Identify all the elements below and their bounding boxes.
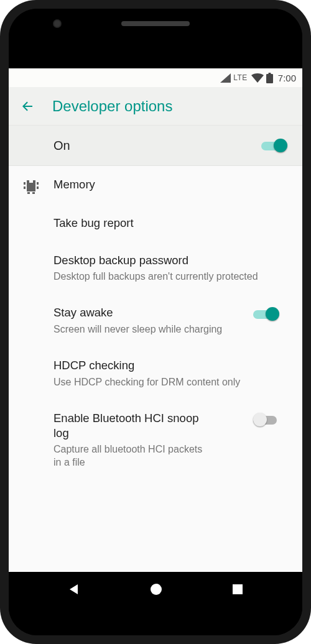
master-switch-row[interactable]: On	[9, 126, 302, 166]
back-arrow-icon[interactable]	[20, 99, 35, 114]
row-bug-report[interactable]: Take bug report	[9, 205, 302, 242]
row-hdcp-title: HDCP checking	[53, 358, 289, 373]
status-bar: LTE 7:00	[9, 68, 302, 87]
row-bug-report-title: Take bug report	[53, 216, 289, 231]
row-stay-awake[interactable]: Stay awake Screen will never sleep while…	[9, 294, 302, 347]
navigation-bar	[9, 572, 302, 607]
bt-snoop-switch[interactable]	[253, 411, 281, 428]
battery-icon	[266, 73, 273, 83]
row-stay-awake-title: Stay awake	[53, 305, 245, 320]
row-btsnoop-subtitle: Capture all bluetooth HCI packets in a f…	[53, 443, 203, 469]
wifi-icon	[251, 73, 264, 83]
row-bt-hci-snoop[interactable]: Enable Bluetooth HCI snoop log Capture a…	[9, 400, 302, 481]
front-camera	[53, 19, 62, 28]
svg-rect-0	[266, 74, 273, 83]
settings-list: Memory Take bug report Desktop backup pa…	[9, 166, 302, 572]
device-top-bezel	[9, 9, 302, 68]
row-backup-subtitle: Desktop full backups aren't currently pr…	[53, 270, 289, 283]
phone-screen-container: LTE 7:00 Developer options On	[9, 9, 302, 635]
svg-rect-1	[268, 73, 271, 75]
row-memory-title: Memory	[53, 177, 289, 192]
row-stay-awake-subtitle: Screen will never sleep while charging	[53, 323, 245, 336]
app-bar: Developer options	[9, 87, 302, 126]
proximity-sensor	[142, 41, 169, 48]
row-hdcp-subtitle: Use HDCP checking for DRM content only	[53, 375, 289, 389]
nav-recents-icon[interactable]	[231, 583, 244, 596]
memory-chip-icon	[24, 178, 39, 193]
page-title: Developer options	[52, 98, 172, 115]
row-memory[interactable]: Memory	[9, 166, 302, 205]
row-backup-title: Desktop backup password	[53, 253, 289, 268]
svg-rect-3	[233, 584, 243, 594]
row-btsnoop-title: Enable Bluetooth HCI snoop log	[53, 411, 203, 440]
nav-back-icon[interactable]	[67, 582, 81, 596]
phone-frame: LTE 7:00 Developer options On	[0, 0, 311, 644]
network-type-label: LTE	[233, 73, 248, 82]
nav-home-icon[interactable]	[149, 582, 164, 597]
device-bottom-bezel	[9, 607, 302, 635]
cellular-signal-icon	[220, 73, 231, 83]
earpiece-speaker	[121, 21, 190, 26]
screen: LTE 7:00 Developer options On	[9, 68, 302, 607]
row-hdcp-checking[interactable]: HDCP checking Use HDCP checking for DRM …	[9, 347, 302, 400]
row-desktop-backup-password[interactable]: Desktop backup password Desktop full bac…	[9, 242, 302, 295]
svg-point-2	[151, 584, 162, 595]
clock-time: 7:00	[278, 73, 296, 83]
master-switch-label: On	[53, 139, 261, 153]
master-switch[interactable]	[261, 137, 289, 154]
stay-awake-switch[interactable]	[253, 305, 281, 323]
